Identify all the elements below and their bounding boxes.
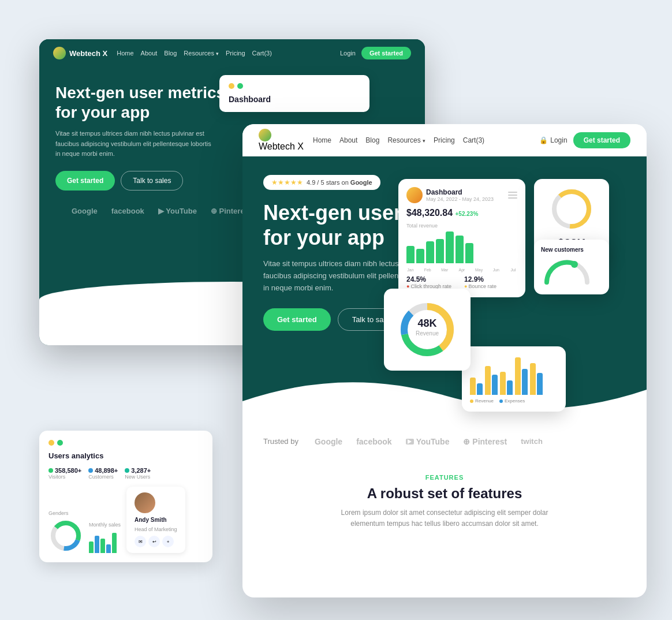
front-features-section: FEATURES A robust set of features Lorem … xyxy=(242,460,647,543)
front-trusted-section: Trusted by Google facebook YouTube ⊕ Pin… xyxy=(242,423,647,460)
pinterest-logo: ⊕ Pinterest xyxy=(463,437,507,446)
rating-text: 4.9 / 5 stars on Google xyxy=(307,179,372,186)
dash-metric-bounce: 12.9% ● Bounce rate xyxy=(464,275,517,289)
monthly-gauge xyxy=(548,186,595,232)
back-nav-pricing[interactable]: Pricing xyxy=(226,50,245,57)
profile-title: Head of Marketing xyxy=(135,526,177,532)
dash-bars xyxy=(406,229,517,263)
front-nav-cart[interactable]: Cart(3) xyxy=(463,136,484,144)
back-description: Vitae sit tempus ultrices diam nibh lect… xyxy=(55,129,217,159)
scene: Webtech X Home About Blog Resources ▾ Pr… xyxy=(0,0,672,620)
front-nav-home[interactable]: Home xyxy=(313,136,331,144)
dash-bar-jan xyxy=(406,246,415,263)
dash-title: Dashboard xyxy=(426,188,494,196)
customers-label: New customers xyxy=(541,246,602,253)
legend-revenue: Revenue xyxy=(470,398,494,404)
profile-actions: ✉ ↩ + xyxy=(135,536,177,547)
barchart-legend: Revenue Expenses xyxy=(470,398,558,404)
back-logo-text: Webtech X xyxy=(69,49,107,58)
back-get-started-btn[interactable]: Get started xyxy=(55,171,115,191)
twitch-logo: twitch xyxy=(521,437,543,446)
front-nav-right: 🔒 Login Get started xyxy=(539,132,630,148)
phone-btn[interactable]: ↩ xyxy=(148,536,160,547)
back-nav-home[interactable]: Home xyxy=(117,50,133,57)
back-nav-blog[interactable]: Blog xyxy=(164,50,177,57)
gauge-svg xyxy=(548,186,595,232)
back-facebook-logo: facebook xyxy=(111,207,144,215)
analytics-title: Users analytics xyxy=(48,451,203,460)
front-nav-blog[interactable]: Blog xyxy=(365,136,379,144)
svg-point-5 xyxy=(571,261,578,268)
star-icons: ★★★★★ xyxy=(271,178,303,186)
dot-green xyxy=(237,83,243,89)
genders-donut xyxy=(48,518,83,553)
dash-bar-apr xyxy=(436,239,444,263)
back-nav-cart[interactable]: Cart(3) xyxy=(252,50,272,57)
back-talk-sales-btn[interactable]: Talk to sales xyxy=(121,171,183,191)
front-nav-about[interactable]: About xyxy=(339,136,357,144)
svg-text:48K: 48K xyxy=(417,318,436,329)
revenue-donut-svg: 48K Revenue xyxy=(395,298,459,361)
front-logo: Webtech X xyxy=(259,129,304,152)
features-title: A robust set of features xyxy=(263,485,626,502)
dash-metric-ctr: 24.5% ● Click through rate xyxy=(406,275,460,289)
dash-metrics: 24.5% ● Click through rate 12.9% ● Bounc… xyxy=(406,275,517,289)
dash-header: Dashboard May 24, 2022 - May 24, 2023 xyxy=(406,187,517,203)
logo-icon xyxy=(53,47,66,59)
features-desc: Lorem ipsum dolor sit amet consectetur a… xyxy=(335,507,554,529)
front-nav-pricing[interactable]: Pricing xyxy=(434,136,455,144)
back-card-nav: Webtech X Home About Blog Resources ▾ Pr… xyxy=(39,39,425,67)
profile-card: Andy Smith Head of Marketing ✉ ↩ + xyxy=(126,487,185,553)
dash-hamburger-icon[interactable] xyxy=(508,192,517,199)
customers-widget: New customers xyxy=(534,240,609,294)
stat-customers: 48,898+ Customers xyxy=(88,467,118,480)
front-logo-icon xyxy=(259,129,271,141)
front-get-started-btn[interactable]: Get started xyxy=(263,308,331,331)
front-login-btn[interactable]: 🔒 Login xyxy=(539,136,567,144)
legend-dot-blue xyxy=(499,399,503,403)
dash-rev-label: Total revenue xyxy=(406,223,517,229)
dash-bar-may xyxy=(446,231,454,263)
dash-date: May 24, 2022 - May 24, 2023 xyxy=(426,196,494,202)
profile-name: Andy Smith xyxy=(135,517,177,523)
front-cta-btn[interactable]: Get started xyxy=(573,132,630,148)
back-login-btn[interactable]: Login xyxy=(340,50,356,57)
front-nav-links: Home About Blog Resources ▾ Pricing Cart… xyxy=(313,136,484,144)
back-cta-btn[interactable]: Get started xyxy=(361,47,411,59)
analytics-stats: 358,580+ Visitors 48,898+ Customers 3,28… xyxy=(48,467,203,480)
dashboard-mini-card: Dashboard xyxy=(219,75,369,112)
analytics-dots xyxy=(48,440,203,446)
hero-wave xyxy=(242,367,647,423)
back-nav-about[interactable]: About xyxy=(141,50,158,57)
dash-rev-value: $48,320.84 xyxy=(406,208,453,218)
stars-rating: ★★★★★ 4.9 / 5 stars on Google xyxy=(263,175,380,190)
back-nav-resources[interactable]: Resources ▾ xyxy=(184,50,219,57)
youtube-play-icon xyxy=(406,439,414,445)
dash-rev-change: +52.23% xyxy=(456,211,479,217)
envelope-btn[interactable]: ✉ xyxy=(135,536,146,547)
back-nav-right: Login Get started xyxy=(340,47,411,59)
back-logo: Webtech X xyxy=(53,47,107,59)
stat-new-users: 3,287+ New Users xyxy=(125,467,151,480)
facebook-logo: facebook xyxy=(356,437,391,446)
analytics-dot-green xyxy=(57,440,63,446)
analytics-dot-yellow xyxy=(48,440,54,446)
dash-bar-jul xyxy=(465,243,473,263)
dash-bar-feb xyxy=(416,249,424,263)
add-btn[interactable]: + xyxy=(162,536,174,547)
stat-visitors: 358,580+ Visitors xyxy=(48,467,81,480)
revenue-donut-widget: 48K Revenue xyxy=(384,289,471,371)
trusted-logos: Google facebook YouTube ⊕ Pinterest twit… xyxy=(315,437,543,446)
back-nav-links: Home About Blog Resources ▾ Pricing Cart… xyxy=(117,50,272,57)
dash-bar-mar xyxy=(426,241,434,263)
monthly-bars xyxy=(89,530,121,553)
legend-dot-yellow xyxy=(470,399,473,403)
front-nav-resources[interactable]: Resources ▾ xyxy=(387,136,425,144)
back-google-logo: Google xyxy=(72,207,98,215)
monthly-sales-section: Monthly sales xyxy=(89,522,121,553)
features-tag: FEATURES xyxy=(263,474,626,481)
profile-avatar xyxy=(135,492,155,513)
customers-arc-svg xyxy=(541,256,593,285)
youtube-logo: YouTube xyxy=(406,437,450,446)
legend-expenses: Expenses xyxy=(499,398,525,404)
